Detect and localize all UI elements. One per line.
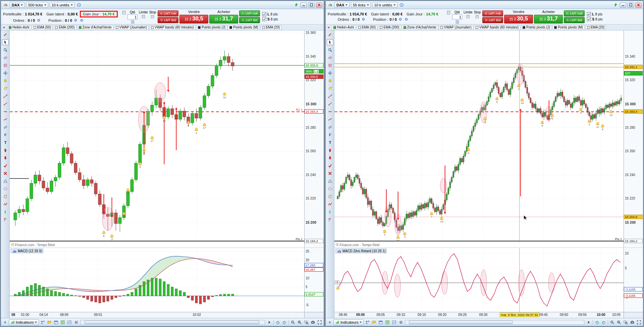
ray-tool[interactable] <box>2 101 9 107</box>
indicator-tab[interactable]: Points pivots (M) <box>228 25 260 30</box>
camera-icon[interactable] <box>310 319 316 325</box>
buy-lmt-ask-button[interactable]: A: LMT Ask <box>564 10 585 16</box>
share-icon[interactable] <box>40 319 46 325</box>
chart-grid-icon[interactable] <box>391 319 397 325</box>
close-button[interactable] <box>316 2 322 8</box>
buy-lmt-ask-button[interactable]: A: LMT Ask <box>239 10 260 16</box>
eraser-tool[interactable] <box>2 55 9 61</box>
move-tool[interactable] <box>327 70 333 76</box>
buy-lmt-bid-button[interactable]: A: LMT Bid <box>564 17 585 23</box>
add-indicator-button[interactable] <box>326 25 331 30</box>
indicator-checkbox[interactable] <box>151 26 154 29</box>
symbol-dropdown[interactable]: DAX <box>334 2 350 8</box>
table-icon[interactable] <box>60 319 66 325</box>
flag-tool[interactable] <box>2 217 9 223</box>
hline-tool[interactable] <box>327 109 333 115</box>
short-protection-checkbox[interactable] <box>262 17 266 21</box>
zoom-tool[interactable] <box>327 47 333 53</box>
select-tool[interactable] <box>327 39 333 45</box>
select-tool[interactable] <box>2 39 9 45</box>
titlebar[interactable]: DAX 55 ticks 10 k unités i <box>326 1 643 9</box>
triangle-tool[interactable] <box>2 178 9 184</box>
arrow-down-tool[interactable] <box>2 155 9 161</box>
pattern-tool[interactable] <box>327 62 333 68</box>
sell-lmt-ask-button[interactable]: V: LMT Ask <box>482 10 503 16</box>
indicator-checkbox[interactable] <box>55 26 58 29</box>
zoom-out-icon[interactable] <box>609 319 615 325</box>
indicator-checkbox[interactable] <box>404 26 406 29</box>
sell-lmt-ask-button[interactable]: V: LMT Ask <box>158 10 178 16</box>
indicator-tab[interactable]: VWAP bands (60 minutes) <box>149 25 196 30</box>
macd-chart[interactable]: MACD (12 26 9) <box>10 248 304 312</box>
ellipse-tool[interactable] <box>327 186 333 192</box>
updown-tool[interactable] <box>2 209 9 215</box>
indicator-checkbox[interactable] <box>554 26 557 29</box>
short-protection-checkbox[interactable] <box>587 17 591 21</box>
undo-icon[interactable] <box>275 319 281 325</box>
indicator-tab[interactable]: Zone d'Achat/Vente <box>77 25 113 30</box>
order-ticket-icon[interactable] <box>121 10 126 15</box>
period-dropdown[interactable]: 500 ticks <box>26 2 48 8</box>
pattern-tool[interactable] <box>2 62 9 68</box>
arrow-up-tool[interactable] <box>2 147 9 153</box>
trendline-tool[interactable] <box>327 93 333 99</box>
stop-grid-icon[interactable] <box>150 14 155 19</box>
share-icon[interactable] <box>364 319 370 325</box>
chart-grid-icon[interactable] <box>66 319 72 325</box>
indicator-tab[interactable]: Zone d'Achat/Vente <box>402 25 438 30</box>
indicator-checkbox[interactable] <box>116 26 118 29</box>
indicator-checkbox[interactable] <box>79 26 82 29</box>
alarm-bell-tool[interactable] <box>2 78 9 84</box>
zoom-window-icon[interactable] <box>623 319 629 325</box>
time-scrollbar[interactable] <box>405 320 584 325</box>
zoom-window-icon[interactable] <box>303 319 309 325</box>
indicator-tab[interactable]: Heikin-Ashi <box>7 25 31 30</box>
keypad-icon[interactable] <box>130 20 135 24</box>
sell-lmt-bid-button[interactable]: V: LMT Bid <box>482 17 503 23</box>
sell-market-button[interactable]: 15 330,5 <box>179 15 208 23</box>
zigzag-tool[interactable] <box>2 201 9 207</box>
zoom-in-icon[interactable] <box>616 319 622 325</box>
indicator-tab[interactable]: Points pivots (J) <box>196 25 227 30</box>
buy-market-button[interactable]: 15 331,7 <box>209 15 238 23</box>
indicator-tab[interactable]: Points pivots (J) <box>521 25 552 30</box>
macd-indicator-chip[interactable]: MACD (12 26 9) <box>11 249 43 253</box>
indicateurs-button[interactable]: Indicateurs <box>9 319 39 325</box>
units-dropdown[interactable]: 10 k unités <box>372 2 397 8</box>
minimize-button[interactable] <box>301 2 307 8</box>
indicator-tab[interactable]: EMA (50) <box>357 25 378 30</box>
buy-lmt-bid-button[interactable]: A: LMT Bid <box>239 17 260 23</box>
cross-tool[interactable] <box>327 170 333 176</box>
indicator-checkbox[interactable] <box>34 26 36 29</box>
indicator-tab[interactable]: VWAP (Journalier) <box>439 25 473 30</box>
rotation-tool[interactable] <box>327 194 333 200</box>
maximize-button[interactable] <box>628 2 634 8</box>
zoom-tool[interactable] <box>2 47 9 53</box>
orders-settings-icon[interactable] <box>361 17 366 21</box>
collapse-left-icon[interactable] <box>398 319 404 325</box>
redo-icon[interactable] <box>281 319 287 325</box>
indicator-checkbox[interactable] <box>9 26 11 29</box>
arrow-down-tool[interactable] <box>327 155 333 161</box>
period-dropdown[interactable]: 55 ticks <box>351 2 371 8</box>
indicator-checkbox[interactable] <box>198 26 201 29</box>
collapse-left-icon[interactable] <box>73 319 79 325</box>
flag-tool[interactable] <box>327 217 333 223</box>
indicator-tab[interactable]: VWAP (Journalier) <box>114 25 149 30</box>
camera-icon[interactable] <box>629 319 635 325</box>
fibonacci-tool[interactable]: F <box>327 132 333 138</box>
ellipse-tool[interactable] <box>2 186 9 192</box>
keypad-icon[interactable] <box>455 20 460 24</box>
buy-market-button[interactable]: 15 331,7 <box>534 15 563 23</box>
info-icon[interactable]: i <box>399 2 405 8</box>
expand-icon[interactable] <box>636 319 642 325</box>
indicateurs-button[interactable]: Indicateurs <box>333 319 364 325</box>
cross-tool[interactable] <box>2 170 9 176</box>
arrow-up-tool[interactable] <box>327 147 333 153</box>
hline-tool[interactable] <box>2 109 9 115</box>
position-settings-icon[interactable] <box>73 18 78 22</box>
quantity-input[interactable] <box>452 14 462 19</box>
limit-grid-icon[interactable] <box>466 14 470 19</box>
segment-tool[interactable] <box>327 116 333 122</box>
alarm-bell2-tool[interactable] <box>2 86 9 92</box>
